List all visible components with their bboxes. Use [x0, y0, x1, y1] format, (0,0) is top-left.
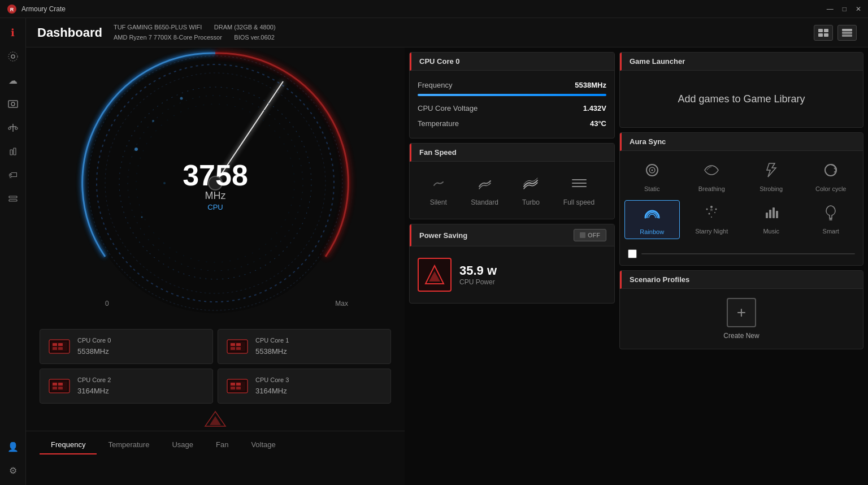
svg-rect-4: [8, 101, 18, 107]
aura-mode-music[interactable]: Music: [744, 200, 799, 239]
svg-rect-56: [236, 383, 241, 386]
svg-rect-50: [58, 383, 63, 386]
svg-rect-15: [824, 29, 828, 32]
aura-color-swatch[interactable]: [628, 249, 637, 258]
aura-color-row: [620, 246, 863, 265]
create-new-button[interactable]: +: [727, 298, 756, 327]
aura-starry-night-label: Starry Night: [695, 228, 728, 235]
cpu-core-2-value: 3164MHz: [77, 383, 111, 396]
fan-silent-icon: [429, 174, 448, 195]
sidebar-item-system[interactable]: [3, 46, 23, 67]
aura-starry-night-icon: [702, 203, 721, 224]
cpu-icon: [48, 375, 71, 397]
sidebar-item-profile[interactable]: 👤: [3, 436, 23, 457]
fan-option-silent[interactable]: Silent: [429, 174, 448, 206]
view-toggle-button-2[interactable]: [837, 25, 857, 41]
aura-strobing-label: Strobing: [760, 185, 783, 192]
power-saving-toggle[interactable]: OFF: [574, 229, 606, 241]
sidebar-item-settings[interactable]: ⚙: [3, 460, 23, 480]
svg-point-33: [163, 182, 166, 184]
view-toggle-button-1[interactable]: [814, 25, 833, 41]
aura-mode-strobing[interactable]: Strobing: [744, 158, 799, 196]
sidebar-item-screenshot[interactable]: [3, 94, 23, 114]
svg-point-70: [706, 209, 708, 210]
fan-speed-panel-header: Fan Speed: [410, 144, 614, 162]
power-saving-panel-title: Power Saving: [419, 231, 467, 240]
power-saving-panel-body: 35.9 w CPU Power: [410, 246, 614, 303]
aura-mode-smart[interactable]: Smart: [804, 200, 859, 239]
sidebar-item-info[interactable]: ℹ: [3, 23, 23, 43]
svg-point-30: [134, 148, 138, 151]
list-item: CPU Core 0 5538MHz: [40, 329, 213, 364]
aura-mode-static[interactable]: Static: [624, 158, 680, 196]
svg-rect-13: [9, 200, 17, 201]
tab-frequency[interactable]: Frequency: [40, 436, 97, 454]
power-saving-panel: Power Saving OFF: [409, 224, 615, 304]
aura-breathing-label: Breathing: [698, 185, 725, 192]
svg-rect-39: [53, 347, 57, 350]
power-label: CPU Power: [459, 278, 497, 286]
svg-rect-45: [231, 347, 235, 350]
svg-rect-77: [769, 210, 771, 218]
voltage-value: 1.432V: [583, 104, 606, 112]
header: Dashboard TUF GAMING B650-PLUS WIFI DRAM…: [26, 18, 868, 47]
close-button[interactable]: ✕: [856, 5, 861, 13]
cpu-core-3-name: CPU Core 3: [255, 376, 289, 383]
svg-point-73: [709, 213, 710, 215]
fan-speed-panel-body: Silent Standard: [410, 162, 614, 219]
fan-option-turbo[interactable]: Turbo: [522, 174, 540, 206]
game-launcher-panel-title: Game Launcher: [630, 57, 685, 66]
svg-rect-51: [53, 387, 57, 389]
aura-static-icon: [643, 161, 661, 182]
aura-mode-rainbow[interactable]: Rainbow: [624, 200, 680, 239]
svg-point-31: [152, 120, 154, 122]
minimize-button[interactable]: —: [827, 5, 834, 13]
sidebar-item-tools[interactable]: [3, 141, 23, 162]
columns-layout: CPU Core 0 Frequency 5538MHz CPU Core Vo…: [405, 47, 868, 485]
header-buttons: [814, 25, 857, 41]
tab-temperature[interactable]: Temperature: [97, 436, 160, 454]
rog-watermark: [26, 408, 405, 431]
fan-option-fullspeed[interactable]: Full speed: [563, 174, 594, 206]
svg-point-8: [8, 127, 11, 129]
aura-brightness-slider[interactable]: [641, 253, 855, 254]
tab-fan[interactable]: Fan: [205, 436, 240, 454]
aura-sync-panel: Aura Sync: [619, 132, 863, 266]
svg-point-71: [710, 206, 713, 208]
app-logo-icon: R: [7, 4, 17, 14]
list-item: CPU Core 2 3164MHz: [40, 369, 213, 404]
aura-mode-color-cycle[interactable]: Color cycle: [804, 158, 859, 196]
svg-rect-11: [14, 148, 16, 155]
svg-point-68: [651, 170, 653, 171]
sidebar-item-balance[interactable]: [3, 118, 23, 138]
titlebar-left: R Armoury Crate: [7, 4, 66, 14]
power-saving-panel-header: Power Saving OFF: [410, 224, 614, 246]
cpu-icon: [226, 335, 249, 358]
cpu-core-1-name: CPU Core 1: [255, 337, 289, 344]
svg-rect-38: [58, 343, 63, 346]
sidebar-item-cloud[interactable]: ☁: [3, 70, 23, 90]
temperature-value: 43°C: [590, 119, 606, 128]
page-title: Dashboard: [37, 25, 102, 40]
frequency-bar: [418, 94, 606, 96]
sidebar-item-list[interactable]: [3, 189, 23, 209]
svg-rect-19: [842, 32, 852, 34]
cpu-core0-panel-title: CPU Core 0: [419, 57, 460, 66]
power-saving-toggle-label: OFF: [588, 232, 600, 239]
system-specs: TUF GAMING B650-PLUS WIFI DRAM (32GB & 4…: [114, 23, 276, 42]
maximize-button[interactable]: □: [843, 5, 847, 13]
fan-speed-panel-title: Fan Speed: [419, 148, 457, 157]
aura-music-icon: [762, 203, 780, 224]
power-watts: 35.9 w: [459, 263, 497, 278]
create-new-label: Create New: [723, 332, 759, 340]
svg-rect-44: [236, 343, 241, 346]
sidebar-item-tags[interactable]: 🏷: [3, 165, 23, 185]
spec-dram: DRAM (32GB & 4800): [214, 24, 276, 31]
tab-usage[interactable]: Usage: [160, 436, 205, 454]
tab-voltage[interactable]: Voltage: [240, 436, 287, 454]
cpu-core-2-name: CPU Core 2: [77, 376, 111, 383]
aura-mode-starry-night[interactable]: Starry Night: [684, 200, 740, 239]
fan-option-standard[interactable]: Standard: [471, 174, 498, 206]
aura-mode-breathing[interactable]: Breathing: [684, 158, 740, 196]
svg-rect-46: [236, 347, 241, 350]
